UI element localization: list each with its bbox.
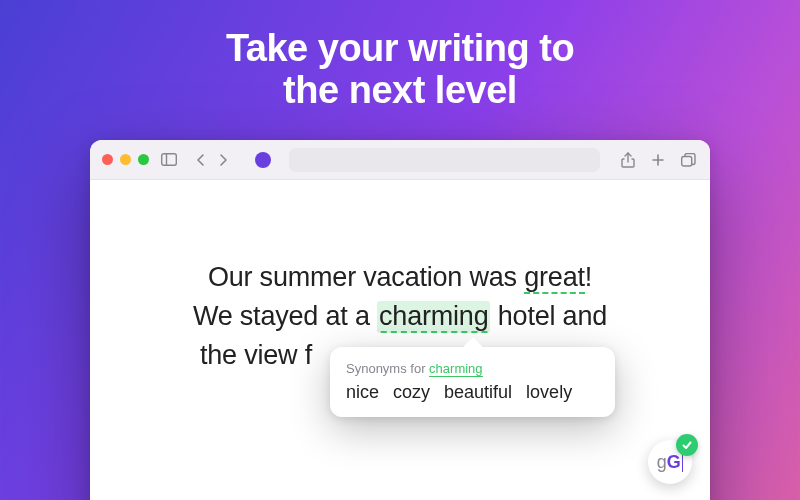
text-segment: We stayed at a <box>193 301 377 331</box>
assistant-floater[interactable]: gG <box>648 440 692 484</box>
marketing-headline: Take your writing to the next level <box>0 0 800 112</box>
back-button[interactable] <box>191 150 211 170</box>
svg-rect-0 <box>162 154 177 166</box>
address-bar[interactable] <box>289 148 600 172</box>
sidebar-toggle-icon[interactable] <box>159 150 179 170</box>
new-tab-icon[interactable] <box>648 150 668 170</box>
window-controls <box>102 154 149 165</box>
browser-toolbar <box>90 140 710 180</box>
forward-button[interactable] <box>213 150 233 170</box>
popup-label: Synonyms for <box>346 361 429 376</box>
share-icon[interactable] <box>618 150 638 170</box>
headline-line-1: Take your writing to <box>226 27 574 69</box>
assistant-bubble[interactable]: gG <box>648 440 692 484</box>
popup-title: Synonyms for charming <box>346 361 599 376</box>
synonym-option[interactable]: beautiful <box>444 382 512 403</box>
synonym-option[interactable]: cozy <box>393 382 430 403</box>
status-ok-badge <box>676 434 698 456</box>
synonyms-popup: Synonyms for charming nice cozy beautifu… <box>330 347 615 417</box>
headline-line-2: the next level <box>283 69 517 111</box>
popup-target-word: charming <box>429 361 482 377</box>
highlighted-word-charming[interactable]: charming <box>377 301 490 333</box>
minimize-window-button[interactable] <box>120 154 131 165</box>
highlighted-word-great[interactable]: great <box>524 262 585 294</box>
tabs-overview-icon[interactable] <box>678 150 698 170</box>
text-segment: hotel and <box>490 301 607 331</box>
extension-badge-icon[interactable] <box>255 152 271 168</box>
floater-text-accent: G <box>667 452 681 473</box>
browser-window: Our summer vacation was great! We stayed… <box>90 140 710 500</box>
text-segment: Our summer vacation was <box>208 262 524 292</box>
svg-rect-5 <box>681 156 691 166</box>
fullscreen-window-button[interactable] <box>138 154 149 165</box>
check-icon <box>681 439 693 451</box>
text-segment: the view f <box>200 340 312 370</box>
synonym-option[interactable]: nice <box>346 382 379 403</box>
close-window-button[interactable] <box>102 154 113 165</box>
floater-text: g <box>657 452 667 473</box>
synonym-option[interactable]: lovely <box>526 382 572 403</box>
text-segment: ! <box>585 262 592 292</box>
synonym-list: nice cozy beautiful lovely <box>346 382 599 403</box>
